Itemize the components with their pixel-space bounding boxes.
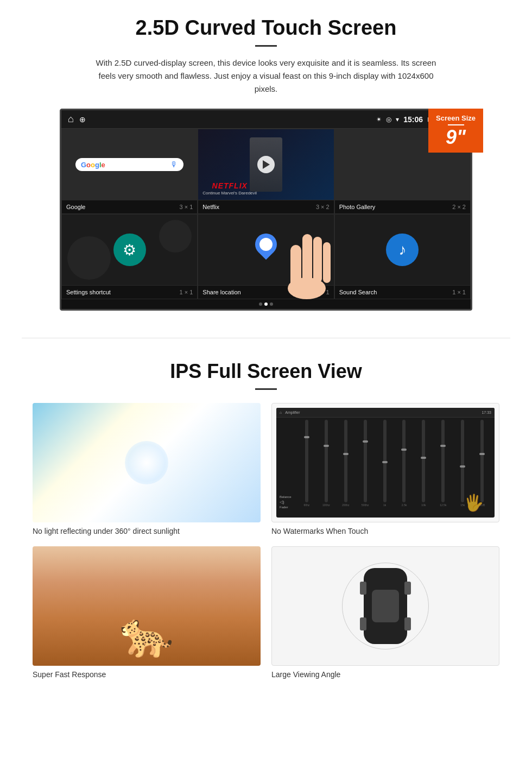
mic-icon: 🎙 xyxy=(170,160,178,169)
dot-1 xyxy=(259,302,262,306)
netflix-label: NETFLIX Continue Marvel's Daredevil xyxy=(202,181,257,195)
share-content xyxy=(198,215,333,285)
settings-app-size: 1 × 1 xyxy=(180,289,193,295)
wifi-icon: ▾ xyxy=(396,116,399,123)
scroll-dots xyxy=(61,299,471,309)
image-card-cheetah: 🐆 Super Fast Response xyxy=(33,546,261,679)
gps-icon: ◎ xyxy=(386,116,391,123)
svg-rect-1 xyxy=(290,245,301,288)
google-search-bar[interactable]: Google 🎙 xyxy=(75,158,183,171)
svg-rect-4 xyxy=(323,242,331,283)
car-caption: Large Viewing Angle xyxy=(271,670,499,679)
gallery-app-size: 2 × 2 xyxy=(452,204,466,210)
maps-pin-inner xyxy=(257,235,275,254)
home-icon: ⌂ xyxy=(68,113,74,125)
maps-pin xyxy=(251,229,282,260)
amp-hand-icon: 🖐 xyxy=(464,493,484,512)
eq-bar-6: 2.5k xyxy=(395,420,414,507)
amp-icon-speaker: ◁) xyxy=(280,500,296,504)
image-grid: No light reflecting under 360° direct su… xyxy=(33,403,499,679)
app-cell-google[interactable]: Google 🎙 Google 3 × 1 xyxy=(61,129,198,214)
title-divider xyxy=(255,45,277,47)
settings-app-name: Settings shortcut xyxy=(66,289,111,295)
google-app-size: 3 × 1 xyxy=(180,204,193,210)
eq-bar-1: 60hz xyxy=(297,420,316,507)
status-time: 15:06 xyxy=(403,115,423,124)
cheetah-icon: 🐆 xyxy=(119,609,174,660)
eq-bars: 60hz 100hz 200hz xyxy=(297,420,491,509)
amp-labels: Balance ◁) Fader xyxy=(280,495,296,509)
eq-bar-7: 10k xyxy=(414,420,433,507)
status-bar: ⌂ ⊕ ✴ ◎ ▾ 15:06 ⊡ ◁) ⊠ ▭ xyxy=(61,110,471,129)
amp-status-bar: ⌂ Amplifier 17:33 xyxy=(276,408,495,418)
section1-description: With 2.5D curved-display screen, this de… xyxy=(87,56,445,96)
car-wheel-fl xyxy=(360,582,366,595)
car-wheel-fr xyxy=(404,582,411,595)
google-logo: Google xyxy=(81,161,105,169)
share-app-size: 1 × 1 xyxy=(316,289,330,295)
bluetooth-icon: ✴ xyxy=(376,116,382,123)
section2-title: IPS Full Screen View xyxy=(33,360,499,383)
gear-icon: ⚙ xyxy=(123,241,136,259)
usb-icon: ⊕ xyxy=(79,115,86,124)
amp-label-fader: Fader xyxy=(280,506,296,509)
app-grid-row1: Google 🎙 Google 3 × 1 xyxy=(61,129,471,214)
app-cell-settings[interactable]: ⚙ Settings shortcut 1 × 1 xyxy=(61,214,198,299)
settings-circle: ⚙ xyxy=(113,234,146,266)
sunlight-glow xyxy=(125,441,168,484)
app-cell-netflix[interactable]: NETFLIX Continue Marvel's Daredevil Netf… xyxy=(198,129,334,214)
badge-size: 9" xyxy=(446,126,466,148)
dot-3 xyxy=(270,302,273,306)
sunlight-caption: No light reflecting under 360° direct su… xyxy=(33,527,261,535)
gallery-label-row: Photo Gallery 2 × 2 xyxy=(335,200,470,213)
play-triangle xyxy=(263,160,270,169)
share-label-row: Share location 1 × 1 xyxy=(198,285,333,299)
cheetah-caption: Super Fast Response xyxy=(33,670,261,679)
settings-label-row: Settings shortcut 1 × 1 xyxy=(62,285,197,299)
amp-content: Balance ◁) Fader 60hz 100hz xyxy=(276,418,495,511)
image-card-amplifier: ⌂ Amplifier 17:33 Balance ◁) Fader xyxy=(271,403,499,535)
svg-rect-2 xyxy=(302,234,312,283)
eq-bar-8: 12.5k xyxy=(434,420,452,507)
image-card-car: Large Viewing Angle xyxy=(271,546,499,679)
amp-label-balance: Balance xyxy=(280,495,296,499)
device-mockup: Screen Size 9" ⌂ ⊕ ✴ ◎ ▾ 15:06 ⊡ ◁) ⊠ ▭ xyxy=(60,109,472,311)
amplifier-image: ⌂ Amplifier 17:33 Balance ◁) Fader xyxy=(271,403,499,522)
badge-label: Screen Size xyxy=(436,114,476,122)
play-button[interactable] xyxy=(257,156,275,173)
cheetah-image: 🐆 xyxy=(33,546,261,666)
google-content: Google 🎙 xyxy=(62,129,197,200)
svg-rect-3 xyxy=(313,237,322,283)
sound-circle: ♪ xyxy=(386,234,419,266)
section-curved-screen: 2.5D Curved Touch Screen With 2.5D curve… xyxy=(0,0,532,321)
car-window xyxy=(372,590,399,622)
netflix-content: NETFLIX Continue Marvel's Daredevil xyxy=(198,129,333,200)
sound-app-name: Sound Search xyxy=(339,289,377,295)
google-app-name: Google xyxy=(66,204,85,210)
eq-bar-5: 1k xyxy=(376,420,394,507)
car-top-view xyxy=(347,557,423,655)
amp-home: ⌂ xyxy=(280,411,282,414)
gallery-app-name: Photo Gallery xyxy=(339,204,376,210)
section2-divider xyxy=(255,388,277,390)
device-screen: ⌂ ⊕ ✴ ◎ ▾ 15:06 ⊡ ◁) ⊠ ▭ xyxy=(60,109,472,311)
sound-label-row: Sound Search 1 × 1 xyxy=(335,285,470,299)
netflix-app-name: Netflix xyxy=(202,204,219,210)
sunlight-image xyxy=(33,403,261,522)
google-label-row: Google 3 × 1 xyxy=(62,200,197,213)
maps-icon xyxy=(252,234,280,266)
eq-bar-4: 500hz xyxy=(356,420,375,507)
section-divider xyxy=(22,338,510,338)
eq-bar-3: 200hz xyxy=(337,420,355,507)
screen-size-badge: Screen Size 9" xyxy=(428,109,483,153)
app-cell-share[interactable]: Share location 1 × 1 xyxy=(198,214,334,299)
car-body xyxy=(364,568,407,644)
netflix-label-row: Netflix 3 × 2 xyxy=(198,200,333,213)
share-app-name: Share location xyxy=(202,289,240,295)
netflix-app-size: 3 × 2 xyxy=(316,204,330,210)
section-ips-screen: IPS Full Screen View No light reflecting… xyxy=(0,355,532,695)
netflix-logo: NETFLIX xyxy=(202,181,257,190)
app-cell-sound[interactable]: ♪ Sound Search 1 × 1 xyxy=(334,214,471,299)
car-wheel-bl xyxy=(360,617,366,630)
settings-content: ⚙ xyxy=(62,215,197,285)
